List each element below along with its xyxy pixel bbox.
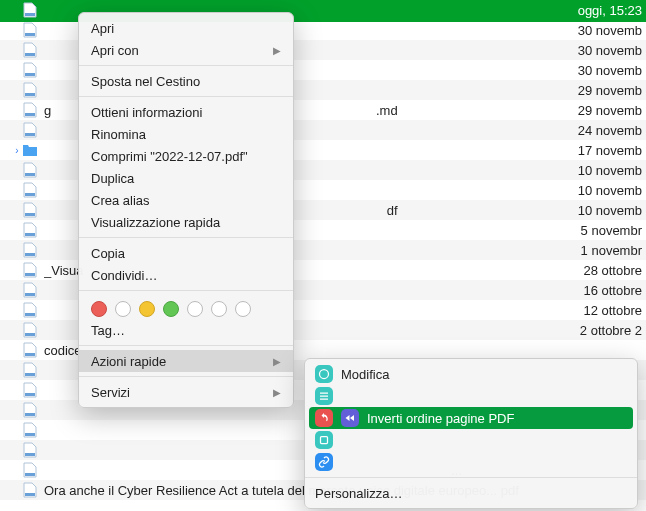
chevron-right-icon: ▶ <box>273 45 281 56</box>
file-icon <box>22 482 38 498</box>
sub-customize[interactable]: Personalizza… <box>305 482 637 504</box>
menu-separator <box>79 376 293 377</box>
menu-get-info[interactable]: Ottieni informazioni <box>79 101 293 123</box>
file-date: oggi, 15:23 <box>578 3 646 18</box>
file-icon <box>22 442 38 458</box>
tag-yellow[interactable] <box>139 301 155 317</box>
file-date: 5 novembr <box>581 223 646 238</box>
tag-gray[interactable] <box>235 301 251 317</box>
file-icon <box>22 362 38 378</box>
action-icon <box>315 431 333 449</box>
context-menu: Apri Apri con▶ Sposta nel Cestino Ottien… <box>78 12 294 408</box>
file-icon <box>22 2 38 18</box>
file-icon <box>22 322 38 338</box>
menu-copy[interactable]: Copia <box>79 242 293 264</box>
menu-separator <box>79 65 293 66</box>
tag-green[interactable] <box>163 301 179 317</box>
file-date: 29 novemb <box>578 83 646 98</box>
file-date: 30 novemb <box>578 43 646 58</box>
menu-quick-actions[interactable]: Azioni rapide▶ <box>79 350 293 372</box>
file-date: 12 ottobre <box>583 303 646 318</box>
file-suffix: .md <box>376 103 398 118</box>
menu-services[interactable]: Servizi▶ <box>79 381 293 403</box>
file-icon <box>22 422 38 438</box>
file-date: 30 novemb <box>578 63 646 78</box>
file-icon <box>22 462 38 478</box>
menu-trash[interactable]: Sposta nel Cestino <box>79 70 293 92</box>
tags-row <box>79 295 293 319</box>
svg-rect-1 <box>321 437 328 444</box>
file-icon <box>22 22 38 38</box>
file-date: 30 novemb <box>578 23 646 38</box>
menu-separator <box>305 477 637 478</box>
sub-edit[interactable]: Modifica <box>305 363 637 385</box>
file-icon <box>22 302 38 318</box>
file-icon <box>22 62 38 78</box>
file-date: 10 novemb <box>578 183 646 198</box>
menu-quicklook[interactable]: Visualizzazione rapida <box>79 211 293 233</box>
edit-icon <box>315 365 333 383</box>
menu-rename[interactable]: Rinomina <box>79 123 293 145</box>
file-icon <box>22 82 38 98</box>
chevron-right-icon: ▶ <box>273 356 281 367</box>
file-date: 16 ottobre <box>583 283 646 298</box>
action-icon <box>315 387 333 405</box>
file-icon <box>22 182 38 198</box>
file-icon <box>22 162 38 178</box>
file-date: 1 novembr <box>581 243 646 258</box>
menu-separator <box>79 237 293 238</box>
file-icon <box>22 102 38 118</box>
tag-purple[interactable] <box>211 301 227 317</box>
disclosure-arrow[interactable]: › <box>12 145 22 156</box>
sub-unknown-2[interactable] <box>305 429 637 451</box>
menu-open-with[interactable]: Apri con▶ <box>79 39 293 61</box>
submenu-quick-actions: Modifica Inverti ordine pagine PDF Perso… <box>304 358 638 509</box>
file-icon <box>22 122 38 138</box>
rewind-icon <box>341 409 359 427</box>
file-icon <box>22 402 38 418</box>
folder-icon <box>22 142 38 158</box>
menu-separator <box>79 345 293 346</box>
file-date: 10 novemb <box>578 203 646 218</box>
sub-unknown-3[interactable] <box>305 451 637 473</box>
svg-point-0 <box>320 370 329 379</box>
tag-orange[interactable] <box>115 301 131 317</box>
sub-unknown-1[interactable] <box>305 385 637 407</box>
sub-invert-pdf[interactable]: Inverti ordine pagine PDF <box>309 407 633 429</box>
file-date: 24 novemb <box>578 123 646 138</box>
file-icon <box>22 202 38 218</box>
link-icon <box>315 453 333 471</box>
menu-compress[interactable]: Comprimi "2022-12-07.pdf" <box>79 145 293 167</box>
file-icon <box>22 282 38 298</box>
file-date: 29 novemb <box>578 103 646 118</box>
file-icon <box>22 342 38 358</box>
menu-share[interactable]: Condividi… <box>79 264 293 286</box>
file-date: 28 ottobre <box>583 263 646 278</box>
menu-duplicate[interactable]: Duplica <box>79 167 293 189</box>
menu-tag[interactable]: Tag… <box>79 319 293 341</box>
chevron-right-icon: ▶ <box>273 387 281 398</box>
file-date: 17 novemb <box>578 143 646 158</box>
menu-alias[interactable]: Crea alias <box>79 189 293 211</box>
menu-open[interactable]: Apri <box>79 17 293 39</box>
file-icon <box>22 382 38 398</box>
file-suffix: df <box>387 203 398 218</box>
undo-icon <box>315 409 333 427</box>
file-icon <box>22 42 38 58</box>
tag-red[interactable] <box>91 301 107 317</box>
file-icon <box>22 222 38 238</box>
file-icon <box>22 242 38 258</box>
file-date: 2 ottobre 2 <box>580 323 646 338</box>
file-date: 10 novemb <box>578 163 646 178</box>
menu-separator <box>79 290 293 291</box>
tag-blue[interactable] <box>187 301 203 317</box>
menu-separator <box>79 96 293 97</box>
file-icon <box>22 262 38 278</box>
